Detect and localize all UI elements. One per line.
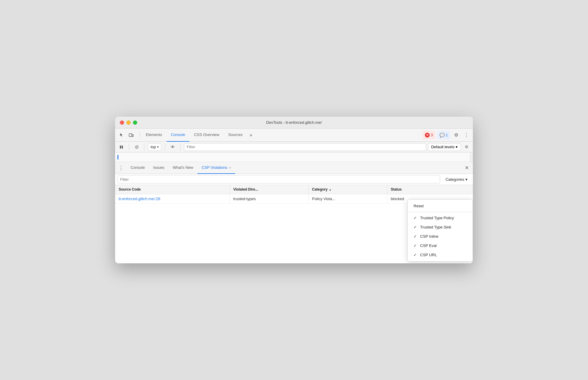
message-count-button[interactable]: 💬 1 [437, 131, 450, 139]
error-badge: ✕ [425, 133, 430, 138]
svg-rect-1 [132, 135, 133, 137]
panel-tab-whats-new[interactable]: What's New [168, 162, 197, 174]
check-icon: ✓ [414, 216, 418, 220]
col-header-source: Source Code [115, 185, 230, 194]
divider [129, 143, 129, 151]
categories-button[interactable]: Categories ▾ [442, 175, 471, 183]
context-selector[interactable]: top ▾ [148, 143, 161, 151]
col-header-violated: Violated Dire... [230, 185, 308, 194]
divider [140, 132, 140, 139]
tab-console[interactable]: Console [167, 129, 189, 142]
dropdown-item-csp-inline[interactable]: ✓ CSP Inline [408, 232, 473, 241]
console-settings-button[interactable]: ⚙ [463, 143, 471, 151]
check-icon: ✓ [414, 225, 418, 229]
more-options-button[interactable]: ⋮ [462, 131, 471, 139]
devtools-window: DevTools - tt-enforced.glitch.me/ Elemen… [115, 117, 473, 263]
panel-content: Source Code Violated Dire... Category ▲ [115, 185, 473, 263]
svg-rect-2 [120, 146, 121, 149]
nav-tabs: Elements Console CSS Overview Sources » [142, 129, 423, 142]
col-header-status: Status [387, 185, 473, 194]
check-icon: ✓ [414, 234, 418, 239]
close-tab-icon[interactable]: × [229, 166, 231, 169]
window-title: DevTools - tt-enforced.glitch.me/ [266, 120, 322, 125]
dropdown-item-trusted-type-policy[interactable]: ✓ Trusted Type Policy [408, 213, 473, 223]
filter-row: Categories ▾ [115, 174, 473, 185]
violated-cell: trusted-types [230, 194, 308, 204]
category-cell: Policy Viola... [308, 194, 387, 204]
svg-rect-3 [122, 146, 123, 149]
divider [180, 143, 180, 151]
device-toggle-icon[interactable] [127, 131, 135, 139]
close-panel-button[interactable]: ✕ [463, 164, 471, 172]
traffic-lights [120, 121, 137, 125]
console-toolbar: ⊘ top ▾ 👁 Default levels ▾ ⚙ [115, 142, 473, 152]
minimize-button[interactable] [126, 121, 131, 125]
devtools-topbar: Elements Console CSS Overview Sources » … [115, 129, 473, 142]
reset-option[interactable]: Reset [408, 201, 473, 211]
devtools-icons [117, 131, 135, 139]
check-icon: ✓ [414, 243, 418, 248]
panel-body: Categories ▾ Source Code Violated Dire..… [115, 174, 473, 263]
dropdown-item-trusted-type-sink[interactable]: ✓ Trusted Type Sink [408, 223, 473, 232]
col-header-category[interactable]: Category ▲ [308, 185, 387, 194]
sort-arrow-icon: ▲ [329, 188, 332, 191]
scroll-area [115, 152, 473, 162]
message-icon: 💬 [440, 133, 445, 138]
dropdown-item-csp-url[interactable]: ✓ CSP URL [408, 250, 473, 259]
scroll-indicator [117, 155, 118, 160]
maximize-button[interactable] [133, 121, 137, 125]
title-bar: DevTools - tt-enforced.glitch.me/ [115, 117, 473, 129]
table-header: Source Code Violated Dire... Category ▲ [115, 185, 473, 194]
panel-tab-issues[interactable]: Issues [149, 162, 169, 174]
panel-tabs-bar: ⋮ Console Issues What's New CSP Violatio… [115, 162, 473, 174]
divider [144, 143, 144, 151]
svg-rect-0 [129, 134, 132, 137]
error-count-button[interactable]: ✕ 3 [423, 131, 435, 139]
source-cell: tt-enforced.glitch.me/:28 [115, 194, 230, 204]
close-button[interactable] [120, 121, 124, 125]
topbar-right: ✕ 3 💬 1 ⚙ ⋮ [423, 131, 471, 139]
csp-filter-input[interactable] [117, 175, 440, 183]
levels-button[interactable]: Default levels ▾ [428, 143, 461, 151]
categories-dropdown: Reset ✓ Trusted Type Policy ✓ Trusted Ty… [407, 199, 473, 262]
panel-tab-csp-violations[interactable]: CSP Violations × [197, 162, 235, 174]
eye-button[interactable]: 👁 [169, 143, 177, 151]
settings-button[interactable]: ⚙ [452, 131, 460, 139]
tab-sources[interactable]: Sources [224, 129, 247, 142]
check-icon: ✓ [414, 253, 418, 257]
dropdown-divider [408, 212, 473, 212]
scrollbar-vertical[interactable] [470, 152, 473, 162]
source-link[interactable]: tt-enforced.glitch.me/:28 [119, 197, 160, 201]
tab-css-overview[interactable]: CSS Overview [190, 129, 224, 142]
cursor-icon[interactable] [117, 131, 126, 139]
divider [165, 143, 165, 151]
tab-elements[interactable]: Elements [142, 129, 166, 142]
panel-tab-console[interactable]: Console [126, 162, 149, 174]
play-button[interactable] [117, 143, 125, 151]
more-tabs-button[interactable]: » [247, 129, 255, 142]
dropdown-item-csp-eval[interactable]: ✓ CSP Eval [408, 241, 473, 250]
ban-button[interactable]: ⊘ [133, 143, 140, 151]
panel-more-button[interactable]: ⋮ [117, 165, 125, 171]
filter-input[interactable] [184, 143, 426, 151]
